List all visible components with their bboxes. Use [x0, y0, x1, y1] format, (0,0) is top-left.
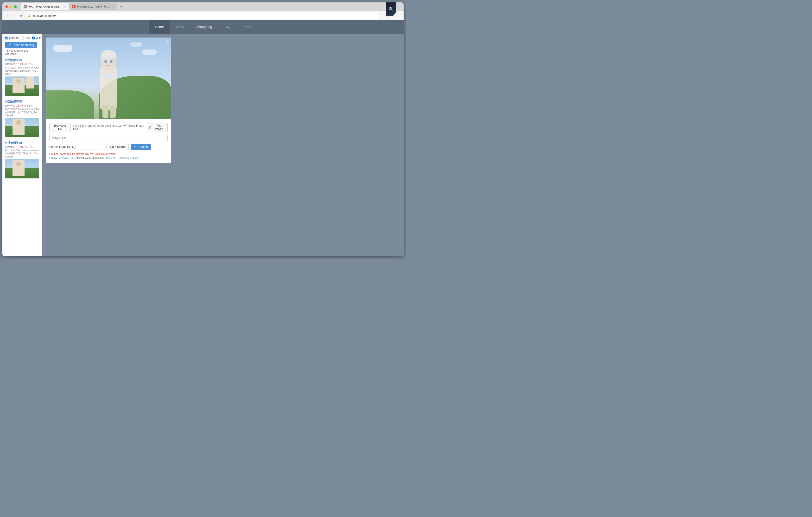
tab-2[interactable]: B 约定的梦幻岛：第9话_番剧_bili... × — [69, 3, 117, 10]
anime-character-svg — [87, 47, 130, 119]
nav-faq[interactable]: FAQ — [218, 20, 236, 34]
svg-rect-7 — [105, 73, 112, 79]
image-url-input[interactable] — [49, 135, 168, 142]
maximize-button[interactable] — [14, 5, 17, 8]
cloud-2 — [142, 50, 156, 55]
refresh-button[interactable]: ↻ — [18, 13, 23, 18]
page-content: Home About Changelog FAQ Terms 🔍 — [2, 20, 404, 256]
tab-1-close[interactable]: × — [64, 5, 66, 8]
search-icon: 🔍 — [9, 43, 12, 47]
result-1-title[interactable]: 约定的夢幻岛 — [5, 58, 39, 62]
result-1-thumb[interactable] — [5, 77, 39, 96]
menu-button[interactable]: ⋮ — [396, 13, 401, 18]
result-2-file: [Comicat][Yakusoku no Neverland][09][BIG… — [5, 108, 39, 117]
result-item-3: 约定的夢幻岛 EP#9 00:18:49 ~85.6% [Comicat][Ya… — [5, 141, 39, 178]
close-button[interactable] — [5, 5, 8, 8]
right-panel: L Browse a file / Drag & Drop Anime Scre… — [42, 34, 404, 256]
result-1-ep-time: 00:18:49 — [12, 63, 23, 66]
result-3-title[interactable]: 约定的夢幻岛 — [5, 141, 39, 145]
result-3-ep-label: EP#9 — [5, 146, 12, 148]
preview-image: L — [46, 37, 171, 119]
result-3-file: [Comicat][Yakusoku no Neverland][09][BIG… — [5, 149, 39, 158]
thumb3-head — [16, 161, 21, 166]
anilist-id-input[interactable] — [78, 144, 102, 150]
result-2-ep-time: 00:18:49 — [12, 104, 23, 107]
autoplay-checkbox[interactable] — [5, 36, 8, 39]
svg-point-5 — [110, 60, 113, 63]
url-bar[interactable]: 🔒 https://trace.moe/# — [25, 13, 381, 19]
keep-searching-button[interactable]: 🔍 Keep Searching — [5, 42, 37, 48]
address-bar: ‹ › ↻ 🔒 https://trace.moe/# ☆ ⤴ ⋮ — [2, 11, 404, 20]
svg-point-6 — [107, 65, 110, 66]
svg-rect-0 — [100, 66, 117, 110]
nav-about[interactable]: About — [170, 20, 190, 34]
minimize-button[interactable] — [10, 5, 12, 8]
title-bar: W WAIT: What Anime Is This? - A... × B 约… — [2, 2, 404, 11]
firefox-link[interactable]: Firefox — [118, 156, 126, 159]
result-1-ep-score: ~85.6% — [24, 63, 33, 66]
extension-label: I Official WebExtension for — [74, 156, 105, 159]
result-2-title[interactable]: 约定的夢幻岛 — [5, 99, 39, 104]
svg-rect-9 — [110, 105, 116, 118]
and-label: and — [126, 156, 131, 159]
browser-window: W WAIT: What Anime Is This? - A... × B 约… — [2, 2, 404, 256]
caution-text: Caution: some results may be NSFW (Not S… — [49, 152, 168, 155]
result-2-ep-label: EP#9 — [5, 104, 12, 107]
loop-checkbox-label[interactable]: Loop — [21, 36, 30, 39]
links-row: Official Telegram Bot I Official WebExte… — [49, 156, 168, 159]
telegram-link[interactable]: Official Telegram Bot — [49, 156, 74, 159]
traffic-lights — [5, 5, 17, 8]
drop-label: / Drag & Drop Anime ScreenShot / Ctrl+V … — [71, 123, 147, 132]
result-3-ep-score: ~85.6% — [24, 146, 33, 148]
svg-rect-8 — [103, 105, 109, 118]
mute-checkbox-label[interactable]: Mute — [32, 36, 41, 39]
url-text: https://trace.moe/# — [32, 14, 56, 18]
result-3-thumb[interactable] — [5, 159, 39, 178]
new-tab-button[interactable]: + — [118, 3, 124, 10]
result-item-1: 约定的夢幻岛 EP#9 00:18:49 ~85.6% [Comicat][Ya… — [5, 58, 39, 96]
nav-items: Home About Changelog FAQ Terms — [149, 20, 257, 34]
tab-2-close[interactable]: × — [113, 5, 115, 8]
browse-file-button[interactable]: Browse a file — [50, 123, 71, 132]
tab-1[interactable]: W WAIT: What Anime Is This? - A... × — [21, 3, 69, 10]
controls-row: AutoPlay Loop Mute — [5, 36, 39, 39]
result-2-thumb[interactable] — [5, 118, 39, 137]
mute-checkbox[interactable] — [32, 36, 35, 39]
tab-1-title: WAIT: What Anime Is This? - A... — [28, 5, 62, 8]
thumb2-figure — [12, 119, 25, 135]
tab-1-favicon: W — [24, 5, 27, 8]
forward-button[interactable]: › — [11, 13, 17, 18]
thumb2-head — [16, 120, 21, 125]
nav-changelog[interactable]: Changelog — [190, 20, 218, 34]
tab-2-title: 约定的梦幻岛：第9话_番剧_bili... — [77, 5, 111, 9]
cloud-1 — [53, 45, 72, 52]
opera-link[interactable]: Opera — [132, 156, 139, 159]
thumb-figure — [12, 78, 25, 93]
tab-2-favicon: B — [72, 5, 76, 8]
search-controls: Browse a file / Drag & Drop Anime Screen… — [46, 119, 171, 163]
back-button[interactable]: ‹ — [5, 13, 10, 18]
safe-search-button[interactable]: Safe Search — [104, 144, 129, 150]
nav-terms[interactable]: Terms — [236, 20, 257, 34]
result-2-ep: EP#9 00:18:49 ~85.6% — [5, 104, 39, 107]
result-1-ep-label: EP#9 — [5, 63, 12, 66]
safe-search-checkbox[interactable] — [107, 146, 109, 148]
search-in-label: Search in (anilist ID): — [49, 145, 76, 149]
chrome-link[interactable]: Chrome — [106, 156, 115, 159]
flip-image-button[interactable]: Flip Image — [147, 123, 167, 132]
site-nav: Home About Changelog FAQ Terms 🔍 — [2, 20, 404, 34]
images-searched: 11,197,658 images searched. — [5, 50, 39, 55]
thumb-head — [16, 79, 21, 84]
nav-home[interactable]: Home — [149, 20, 170, 34]
flip-checkbox[interactable] — [149, 126, 152, 129]
svg-point-3 — [101, 50, 116, 59]
autoplay-checkbox-label[interactable]: AutoPlay — [5, 36, 20, 39]
result-item-2: 约定的夢幻岛 EP#9 00:18:49 ~85.6% [Comicat][Ya… — [5, 99, 39, 137]
svg-point-4 — [105, 60, 107, 63]
thumb-figure2 — [26, 77, 34, 89]
left-panel: AutoPlay Loop Mute 🔍 Keep Searching — [2, 34, 42, 256]
preview-watermark: L — [167, 40, 169, 43]
search-button[interactable]: 🔍 Search — [130, 144, 151, 150]
search-btn-icon: 🔍 — [134, 146, 137, 149]
loop-checkbox[interactable] — [21, 36, 24, 39]
